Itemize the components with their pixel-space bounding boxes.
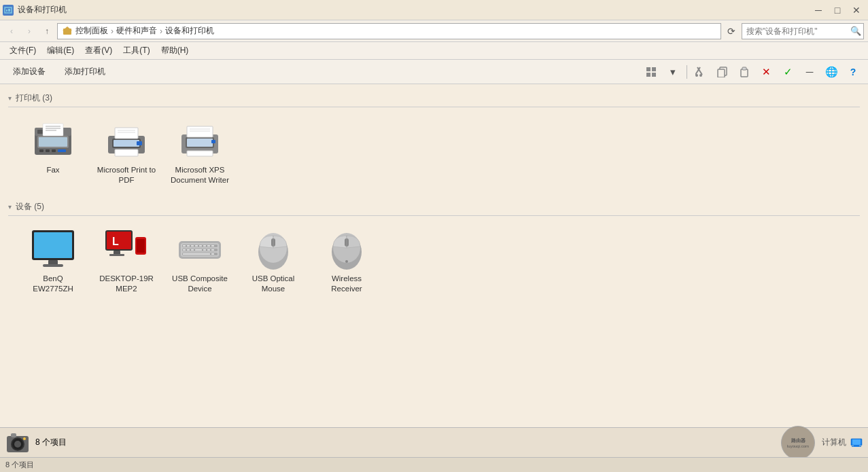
- add-printer-button[interactable]: 添加打印机: [57, 62, 113, 81]
- xps-label: Microsoft XPS Document Writer: [169, 165, 230, 185]
- search-wrap: 🔍: [742, 23, 864, 39]
- view-dropdown-button[interactable]: ▾: [663, 63, 682, 81]
- menu-view[interactable]: 查看(V): [80, 43, 118, 58]
- minimize-button[interactable]: ─: [810, 3, 827, 18]
- svg-rect-5: [646, 67, 650, 71]
- device-item-usb-mouse[interactable]: USB Optical Mouse: [239, 223, 307, 299]
- svg-rect-41: [187, 126, 213, 137]
- toolbar-left: 添加设备 添加打印机: [5, 62, 113, 81]
- wireless-label: Wireless Receiver: [316, 274, 377, 294]
- bottom-bar: 8 个项目: [0, 457, 868, 472]
- svg-rect-75: [207, 249, 210, 251]
- path-sep-1: ›: [111, 26, 114, 36]
- refresh-button[interactable]: ⟳: [724, 24, 739, 39]
- device-item-benq[interactable]: BenQ EW2775ZH: [19, 223, 87, 299]
- device-item-desktop[interactable]: L DESKTOP-19R MEP2: [92, 223, 160, 299]
- address-path[interactable]: 控制面板 › 硬件和声音 › 设备和打印机: [57, 23, 721, 39]
- delete-button[interactable]: ✕: [757, 63, 776, 81]
- devices-grid: BenQ EW2775ZH L DESKTOP-19: [8, 216, 860, 306]
- menu-help[interactable]: 帮助(H): [156, 43, 194, 58]
- close-button[interactable]: ✕: [848, 3, 865, 18]
- printers-section-header[interactable]: ▾ 打印机 (3): [8, 92, 860, 104]
- svg-rect-62: [183, 245, 186, 247]
- address-bar: ‹ › ↑ 控制面板 › 硬件和声音 › 设备和打印机 ⟳ 🔍: [0, 20, 868, 42]
- computer-label: 计算机: [822, 437, 846, 448]
- status-camera-icon: [5, 431, 30, 455]
- benq-label: BenQ EW2775ZH: [22, 274, 84, 294]
- search-input[interactable]: [742, 23, 864, 39]
- menu-tools[interactable]: 工具(T): [118, 43, 155, 58]
- svg-rect-16: [742, 67, 746, 70]
- svg-point-12: [699, 74, 702, 77]
- menu-file[interactable]: 文件(F): [4, 43, 41, 58]
- check-button[interactable]: ✓: [778, 63, 797, 81]
- minus-button[interactable]: ─: [800, 63, 819, 81]
- svg-rect-56: [137, 239, 145, 253]
- svg-rect-77: [183, 253, 210, 255]
- desktop-label: DESKTOP-19R MEP2: [96, 274, 157, 294]
- search-button[interactable]: 🔍: [850, 26, 861, 36]
- device-item-usb-composite[interactable]: USB Composite Device: [166, 223, 234, 299]
- main-content: ▾ 打印机 (3): [0, 84, 868, 427]
- back-button[interactable]: ‹: [4, 24, 19, 39]
- usb-mouse-label: USB Optical Mouse: [243, 274, 304, 294]
- svg-rect-74: [203, 249, 206, 251]
- printer-item-pdf[interactable]: Microsoft Print to PDF: [92, 114, 160, 190]
- svg-rect-78: [211, 253, 214, 255]
- svg-rect-45: [211, 140, 215, 143]
- svg-rect-54: [109, 254, 124, 256]
- svg-rect-71: [187, 249, 190, 251]
- status-left: 8 个项目: [5, 431, 67, 455]
- svg-rect-26: [43, 124, 63, 136]
- bottom-count: 8 个项目: [5, 460, 34, 470]
- svg-rect-63: [187, 245, 190, 247]
- maximize-button[interactable]: □: [829, 3, 846, 18]
- device-item-wireless[interactable]: Wireless Receiver: [313, 223, 381, 299]
- svg-rect-76: [211, 249, 214, 251]
- copy-button[interactable]: [713, 63, 732, 81]
- pdf-label: Microsoft Print to PDF: [96, 165, 157, 185]
- svg-rect-32: [114, 140, 139, 147]
- desktop-icon: L: [102, 228, 151, 271]
- paste-button[interactable]: [735, 63, 754, 81]
- svg-rect-68: [207, 245, 210, 247]
- home-icon: [62, 26, 73, 37]
- up-button[interactable]: ↑: [39, 24, 54, 39]
- printers-section-title: 打印机 (3): [16, 92, 52, 104]
- view-icon-button[interactable]: [642, 63, 661, 81]
- printers-grid: Fax Microsoft Print to PD: [8, 107, 860, 197]
- svg-rect-14: [718, 69, 725, 77]
- menu-edit[interactable]: 编辑(E): [41, 43, 80, 58]
- svg-rect-36: [115, 149, 138, 156]
- svg-rect-22: [39, 149, 44, 152]
- window-icon: [3, 5, 14, 16]
- path-part-2: 硬件和声音: [116, 25, 157, 37]
- forward-button[interactable]: ›: [22, 24, 37, 39]
- usb-mouse-icon: [249, 228, 298, 271]
- add-device-button[interactable]: 添加设备: [5, 62, 53, 81]
- cut-button[interactable]: [691, 63, 710, 81]
- window-title: 设备和打印机: [18, 4, 67, 16]
- globe-button[interactable]: 🌐: [822, 63, 841, 81]
- status-bar: 8 个项目 路由器 luyouqi.com 计算机: [0, 427, 868, 457]
- printer-item-fax[interactable]: Fax: [19, 114, 87, 190]
- devices-section-header[interactable]: ▾ 设备 (5): [8, 201, 860, 213]
- svg-rect-1: [6, 10, 7, 12]
- svg-rect-65: [195, 245, 198, 247]
- benq-icon: [29, 228, 77, 271]
- svg-point-87: [345, 260, 348, 263]
- svg-rect-25: [58, 149, 66, 152]
- printer-item-xps[interactable]: Microsoft XPS Document Writer: [166, 114, 234, 190]
- svg-point-93: [23, 437, 26, 440]
- svg-rect-33: [115, 128, 138, 139]
- toolbar-right: ▾ ✕ ✓ ─ 🌐 ?: [642, 63, 863, 81]
- svg-rect-6: [652, 67, 656, 71]
- help-button[interactable]: ?: [844, 63, 863, 81]
- status-count: 8 个项目: [35, 437, 67, 448]
- svg-rect-8: [652, 73, 656, 77]
- toolbar: 添加设备 添加打印机 ▾ ✕ ✓ ─ 🌐 ?: [0, 60, 868, 84]
- svg-rect-19: [39, 137, 67, 147]
- usb-composite-label: USB Composite Device: [169, 274, 230, 294]
- title-bar-controls: ─ □ ✕: [810, 3, 865, 18]
- xps-printer-icon: [175, 119, 224, 162]
